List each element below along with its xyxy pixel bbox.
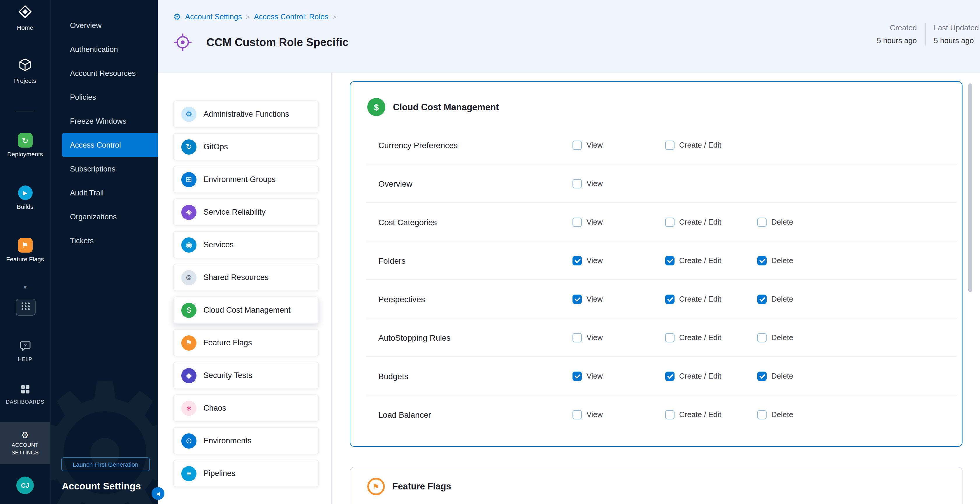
resource-group-service-reliability[interactable]: ◈Service Reliability bbox=[173, 198, 319, 226]
sidebar-item-account-resources[interactable]: Account Resources bbox=[51, 61, 159, 85]
permission-row-budgets: BudgetsViewCreate / EditDelete bbox=[366, 357, 957, 396]
module-grid-button[interactable] bbox=[16, 299, 35, 316]
create-edit-checkbox[interactable] bbox=[665, 294, 675, 304]
sidebar-item-authentication[interactable]: Authentication bbox=[51, 37, 159, 61]
permission-delete: Delete bbox=[757, 241, 793, 279]
permission-label: View bbox=[587, 333, 603, 342]
resource-group-label: Cloud Cost Management bbox=[204, 306, 291, 314]
created-label: Created bbox=[877, 23, 917, 32]
launch-first-generation-button[interactable]: Launch First Generation bbox=[61, 457, 150, 471]
resource-group-label: Shared Resources bbox=[204, 273, 269, 282]
environment-groups-icon: ⊞ bbox=[181, 172, 196, 187]
nav-dashboards[interactable]: DASHBOARDS bbox=[0, 385, 50, 405]
resource-group-environments[interactable]: ⊙Environments bbox=[173, 427, 319, 455]
resource-name: Load Balancer bbox=[366, 410, 431, 419]
view-checkbox[interactable] bbox=[573, 294, 582, 304]
chaos-icon: ∗ bbox=[181, 400, 196, 416]
sidebar-item-overview[interactable]: Overview bbox=[51, 13, 159, 37]
resource-group-administrative-functions[interactable]: ⚙Administrative Functions bbox=[173, 100, 319, 128]
resource-group-list: ⚙Administrative Functions↻GitOps⊞Environ… bbox=[173, 100, 319, 492]
cloud-cost-icon: $ bbox=[181, 303, 196, 317]
nav-deployments[interactable]: ↻ Deployments bbox=[0, 133, 50, 158]
sidebar-item-tickets[interactable]: Tickets bbox=[51, 229, 159, 253]
nav-projects[interactable]: Projects bbox=[0, 58, 50, 84]
permissions-card-title: Cloud Cost Management bbox=[393, 102, 499, 112]
view-checkbox[interactable] bbox=[573, 140, 582, 150]
view-checkbox[interactable] bbox=[573, 371, 582, 381]
sidebar-item-organizations[interactable]: Organizations bbox=[51, 205, 159, 229]
chevron-down-icon[interactable]: ▾ bbox=[0, 284, 50, 291]
delete-checkbox[interactable] bbox=[757, 256, 767, 265]
delete-checkbox[interactable] bbox=[757, 217, 767, 226]
permission-label: Delete bbox=[771, 256, 793, 265]
resource-name: Folders bbox=[366, 256, 406, 265]
permission-row-overview: OverviewView bbox=[366, 164, 957, 203]
nav-feature-flags[interactable]: ⚑ Feature Flags bbox=[0, 238, 50, 263]
nav-projects-label: Projects bbox=[14, 77, 36, 84]
permission-rows: Currency PreferencesViewCreate / EditOve… bbox=[366, 126, 957, 434]
permission-create-edit: Create / Edit bbox=[665, 396, 721, 434]
sidebar-item-policies[interactable]: Policies bbox=[51, 85, 159, 109]
delete-checkbox[interactable] bbox=[757, 294, 767, 304]
breadcrumb-link-account-settings[interactable]: Account Settings bbox=[185, 12, 242, 21]
resource-group-security-tests[interactable]: ◆Security Tests bbox=[173, 362, 319, 389]
nav-account-settings-label: ACCOUNT SETTINGS bbox=[6, 442, 44, 456]
create-edit-checkbox[interactable] bbox=[665, 217, 675, 226]
feature-flags-icon: ⚑ bbox=[181, 335, 196, 350]
nav-home[interactable]: Home bbox=[0, 5, 50, 31]
permission-row-autostopping-rules: AutoStopping RulesViewCreate / EditDelet… bbox=[366, 319, 957, 357]
resource-group-environment-groups[interactable]: ⊞Environment Groups bbox=[173, 166, 319, 193]
view-checkbox[interactable] bbox=[573, 410, 582, 419]
breadcrumb-link-access-control-roles[interactable]: Access Control: Roles bbox=[254, 12, 329, 21]
nav-feature-flags-label: Feature Flags bbox=[6, 255, 44, 263]
create-edit-checkbox[interactable] bbox=[665, 410, 675, 419]
grid-icon bbox=[21, 302, 30, 313]
app: Home Projects ↻ Deployments ▶ Builds ⚑ F… bbox=[0, 0, 980, 504]
delete-checkbox[interactable] bbox=[757, 333, 767, 342]
nav-deployments-label: Deployments bbox=[7, 150, 43, 158]
resource-group-label: Administrative Functions bbox=[204, 110, 289, 118]
permission-delete: Delete bbox=[757, 203, 793, 241]
resource-group-label: Feature Flags bbox=[204, 338, 252, 347]
permission-view: View bbox=[573, 126, 603, 164]
feature-flags-card-title: Feature Flags bbox=[392, 481, 451, 492]
nav-home-label: Home bbox=[17, 24, 33, 31]
view-checkbox[interactable] bbox=[573, 333, 582, 342]
view-checkbox[interactable] bbox=[573, 179, 582, 188]
last-updated-label: Last Updated bbox=[934, 23, 979, 32]
create-edit-checkbox[interactable] bbox=[665, 333, 675, 342]
resource-group-gitops[interactable]: ↻GitOps bbox=[173, 133, 319, 160]
resource-group-cloud-cost-management[interactable]: $Cloud Cost Management bbox=[173, 296, 319, 324]
sidebar-item-subscriptions[interactable]: Subscriptions bbox=[51, 157, 159, 181]
permissions-content: ⚙Administrative Functions↻GitOps⊞Environ… bbox=[158, 73, 980, 504]
module-nav-rail: Home Projects ↻ Deployments ▶ Builds ⚑ F… bbox=[0, 0, 50, 504]
view-checkbox[interactable] bbox=[573, 256, 582, 265]
resource-group-label: Pipelines bbox=[204, 469, 235, 478]
resource-group-shared-resources[interactable]: ⊚Shared Resources bbox=[173, 264, 319, 291]
sidebar-item-freeze-windows[interactable]: Freeze Windows bbox=[51, 109, 159, 133]
sidebar-item-audit-trail[interactable]: Audit Trail bbox=[51, 181, 159, 205]
sidebar-item-access-control[interactable]: Access Control bbox=[62, 133, 159, 157]
nav-help[interactable]: ? HELP bbox=[0, 341, 50, 362]
nav-builds[interactable]: ▶ Builds bbox=[0, 185, 50, 210]
vertical-scrollbar[interactable] bbox=[968, 83, 972, 292]
resource-group-feature-flags[interactable]: ⚑Feature Flags bbox=[173, 329, 319, 356]
avatar[interactable]: CJ bbox=[16, 477, 34, 494]
permission-label: View bbox=[587, 295, 603, 303]
pipelines-icon: ≡ bbox=[181, 466, 196, 481]
create-edit-checkbox[interactable] bbox=[665, 256, 675, 265]
resource-group-chaos[interactable]: ∗Chaos bbox=[173, 394, 319, 422]
resource-group-services[interactable]: ◉Services bbox=[173, 231, 319, 258]
delete-checkbox[interactable] bbox=[757, 410, 767, 419]
create-edit-checkbox[interactable] bbox=[665, 140, 675, 150]
delete-checkbox[interactable] bbox=[757, 371, 767, 381]
nav-account-settings[interactable]: ⚙ ACCOUNT SETTINGS bbox=[0, 422, 50, 464]
permission-label: View bbox=[587, 256, 603, 265]
resource-group-label: Service Reliability bbox=[204, 208, 266, 217]
view-checkbox[interactable] bbox=[573, 217, 582, 226]
sidebar-collapse-button[interactable]: ◀ bbox=[151, 487, 164, 500]
create-edit-checkbox[interactable] bbox=[665, 371, 675, 381]
resource-group-pipelines[interactable]: ≡Pipelines bbox=[173, 460, 319, 487]
resource-name: Overview bbox=[366, 179, 412, 188]
last-updated-value: 5 hours ago bbox=[934, 36, 979, 45]
